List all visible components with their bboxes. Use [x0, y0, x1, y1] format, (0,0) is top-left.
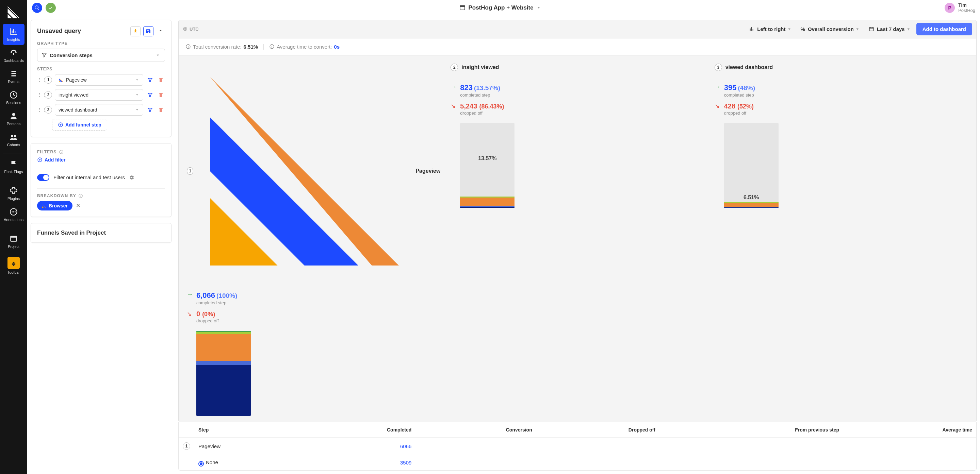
- project-switcher[interactable]: PostHog App + Website: [59, 5, 941, 11]
- events-icon: [9, 69, 18, 78]
- th-from-prev[interactable]: From previous step: [659, 422, 843, 438]
- graph-type-label: GRAPH TYPE: [37, 41, 165, 46]
- collapse-button[interactable]: [156, 26, 165, 36]
- drag-handle[interactable]: ⋮⋮: [37, 77, 42, 82]
- completed-count[interactable]: 823: [460, 83, 473, 92]
- th-avg-time[interactable]: Average time: [843, 422, 976, 438]
- dropped-count[interactable]: 0: [196, 310, 200, 318]
- search-button[interactable]: [32, 3, 42, 13]
- nav-project[interactable]: Project: [3, 231, 24, 252]
- svg-point-7: [12, 113, 15, 116]
- completed-count[interactable]: 395: [724, 83, 737, 92]
- breakdown-chip[interactable]: Browser: [37, 201, 73, 211]
- nav-featflags[interactable]: Feat. Flags: [3, 156, 24, 177]
- radio-icon[interactable]: [198, 461, 204, 466]
- chevron-down-icon: [135, 92, 140, 97]
- save-button[interactable]: [143, 26, 153, 36]
- svg-rect-16: [460, 6, 465, 10]
- drag-handle[interactable]: ⋮⋮: [37, 92, 42, 98]
- project-name: PostHog App + Website: [468, 5, 533, 11]
- step-event-select[interactable]: viewed dashboard: [55, 104, 143, 116]
- svg-rect-4: [11, 73, 16, 74]
- dropped-pct: (0%): [202, 311, 215, 318]
- chevron-down-icon: [536, 5, 541, 10]
- filter-test-users-toggle[interactable]: [37, 174, 49, 181]
- nav-events[interactable]: Events: [3, 66, 24, 87]
- cell-completed[interactable]: 3509: [301, 455, 415, 470]
- nav-persons[interactable]: Persons: [3, 108, 24, 129]
- timezone: UTC: [189, 27, 199, 32]
- dropped-pct: (86.43%): [479, 103, 504, 110]
- th-conversion[interactable]: Conversion: [415, 422, 536, 438]
- step-name: viewed dashboard: [725, 64, 773, 70]
- info-icon[interactable]: [78, 193, 83, 198]
- remove-breakdown-button[interactable]: ✕: [76, 202, 80, 209]
- funnel-bar[interactable]: 13.57%: [460, 123, 514, 208]
- th-dropped[interactable]: Dropped off: [536, 422, 659, 438]
- status-ok-icon[interactable]: [46, 3, 56, 13]
- step-event-select[interactable]: Pageview: [55, 74, 143, 86]
- top-bar: PostHog App + Website P Tim PostHog: [27, 0, 980, 16]
- add-filter-button[interactable]: Add filter: [37, 157, 165, 163]
- nav-insights[interactable]: Insights: [3, 24, 24, 45]
- user-name: Tim: [958, 3, 975, 8]
- step-event-select[interactable]: insight viewed: [55, 89, 143, 101]
- chevron-down-icon: ▾: [856, 27, 859, 31]
- funnel-bar[interactable]: [196, 331, 251, 416]
- drag-handle[interactable]: ⋮⋮: [37, 107, 42, 113]
- dropped-count[interactable]: 5,243: [460, 102, 477, 110]
- svg-point-8: [11, 135, 13, 137]
- cell-completed[interactable]: 6066: [301, 438, 415, 455]
- cohorts-icon: [9, 133, 18, 141]
- nav-dashboards[interactable]: Dashboards: [3, 45, 24, 66]
- info-icon[interactable]: [185, 44, 191, 49]
- step-filter-button[interactable]: [146, 91, 154, 99]
- step-filter-button[interactable]: [146, 76, 154, 84]
- globe-icon: [183, 27, 188, 31]
- conversion-select[interactable]: % Overall conversion ▾: [797, 24, 862, 35]
- bar-pct-label: 6.51%: [743, 195, 759, 201]
- filters-label: FILTERS: [37, 150, 165, 154]
- step-delete-button[interactable]: [157, 76, 165, 84]
- step-filter-button[interactable]: [146, 106, 154, 114]
- nav-cohorts[interactable]: Cohorts: [3, 129, 24, 150]
- svg-rect-15: [11, 236, 16, 237]
- annotations-icon: [9, 208, 18, 216]
- results-table: Step Completed Conversion Dropped off Fr…: [178, 422, 977, 471]
- user-menu[interactable]: P Tim PostHog: [945, 3, 975, 13]
- gear-icon[interactable]: [129, 175, 134, 180]
- add-to-dashboard-button[interactable]: Add to dashboard: [916, 23, 972, 35]
- nav-annotations[interactable]: Annotations: [3, 204, 24, 225]
- step-number: 3: [45, 106, 52, 114]
- nav-sessions[interactable]: Sessions: [3, 87, 24, 108]
- cell-step: Pageview: [194, 438, 301, 455]
- add-funnel-step-button[interactable]: Add funnel step: [52, 119, 107, 131]
- posthog-logo[interactable]: [5, 4, 22, 21]
- bar-pct-label: 13.57%: [478, 155, 496, 162]
- table-row[interactable]: 1Pageview6066: [179, 438, 976, 455]
- th-completed[interactable]: Completed: [301, 422, 415, 438]
- info-icon[interactable]: [59, 150, 64, 154]
- completed-count[interactable]: 6,066: [196, 291, 215, 300]
- breakdown-label: BREAKDOWN BY: [37, 193, 165, 198]
- export-button[interactable]: [130, 26, 140, 36]
- dropped-pct: (52%): [737, 103, 754, 110]
- step-row: ⋮⋮1Pageview: [37, 74, 165, 86]
- funnel-bar[interactable]: 6.51%: [724, 123, 778, 208]
- info-icon[interactable]: [269, 44, 275, 49]
- nav-plugins[interactable]: Plugins: [3, 183, 24, 204]
- nav-toolbar[interactable]: Toolbar: [3, 252, 24, 278]
- arrow-right-icon: →: [450, 83, 457, 98]
- step-delete-button[interactable]: [157, 106, 165, 114]
- table-row[interactable]: None3509: [179, 455, 976, 470]
- featflags-icon: [9, 160, 18, 168]
- step-number: 3: [714, 63, 722, 71]
- chevron-down-icon: ▾: [788, 27, 791, 31]
- step-delete-button[interactable]: [157, 91, 165, 99]
- th-step[interactable]: Step: [194, 422, 301, 438]
- step-number: 2: [45, 91, 52, 98]
- dropped-count[interactable]: 428: [724, 102, 735, 110]
- graph-type-select[interactable]: Conversion steps: [37, 49, 165, 62]
- direction-select[interactable]: Left to right ▾: [746, 24, 794, 35]
- date-range-select[interactable]: Last 7 days ▾: [865, 24, 913, 35]
